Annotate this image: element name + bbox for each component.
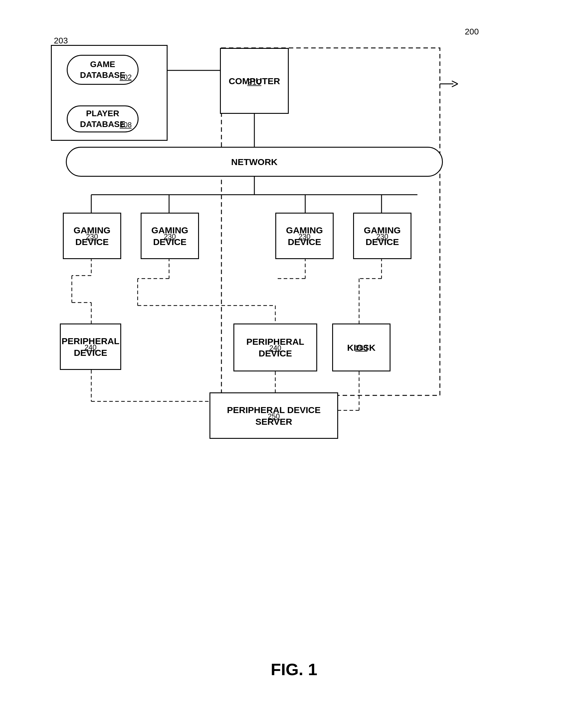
gaming-device-3-box: GAMINGDEVICE 230: [275, 213, 334, 259]
ref-250: 250: [268, 412, 280, 421]
ref-203-label: 203: [54, 36, 68, 46]
svg-line-31: [452, 81, 458, 84]
gaming-device-1-box: GAMINGDEVICE 230: [63, 213, 121, 259]
player-db: PLAYERDATABASE 208: [61, 104, 144, 134]
network-box: NETWORK: [66, 147, 443, 177]
game-db: GAMEDATABASE 202: [61, 52, 144, 88]
ref-260: 260: [355, 344, 367, 352]
player-db-label: PLAYERDATABASE: [80, 108, 125, 130]
gaming-device-2-box: GAMINGDEVICE 230: [141, 213, 199, 259]
ref-208: 208: [120, 121, 132, 129]
ref-230a: 230: [86, 232, 98, 241]
svg-line-32: [452, 84, 458, 87]
pds-box: PERIPHERAL DEVICESERVER 250: [209, 392, 338, 439]
ref-230b: 230: [164, 232, 176, 241]
peripheral-device-1-box: PERIPHERALDEVICE 240: [60, 323, 121, 370]
network-label: NETWORK: [231, 156, 278, 168]
peripheral-device-2-box: PERIPHERALDEVICE 240: [233, 323, 317, 371]
ref-240a: 240: [84, 343, 96, 352]
figure-label: FIG. 1: [271, 660, 317, 679]
ref-200-label: 200: [465, 27, 479, 36]
ref-240b: 240: [269, 344, 281, 352]
ref-230d: 230: [376, 232, 388, 241]
computer-box: COMPUTER 210: [220, 48, 289, 114]
ref-202: 202: [120, 73, 132, 81]
ref-230c: 230: [298, 232, 310, 241]
ref-210: 210: [248, 77, 261, 87]
kiosk-box: KIOSK 260: [332, 323, 391, 371]
game-db-label: GAMEDATABASE: [80, 59, 125, 81]
gaming-device-4-box: GAMINGDEVICE 230: [353, 213, 412, 259]
db-container-box: GAMEDATABASE 202 PLAYERDATABASE 208: [51, 45, 168, 141]
diagram: 200 203 GAMEDATABASE 202 PLAYERDATABASE …: [36, 18, 544, 587]
